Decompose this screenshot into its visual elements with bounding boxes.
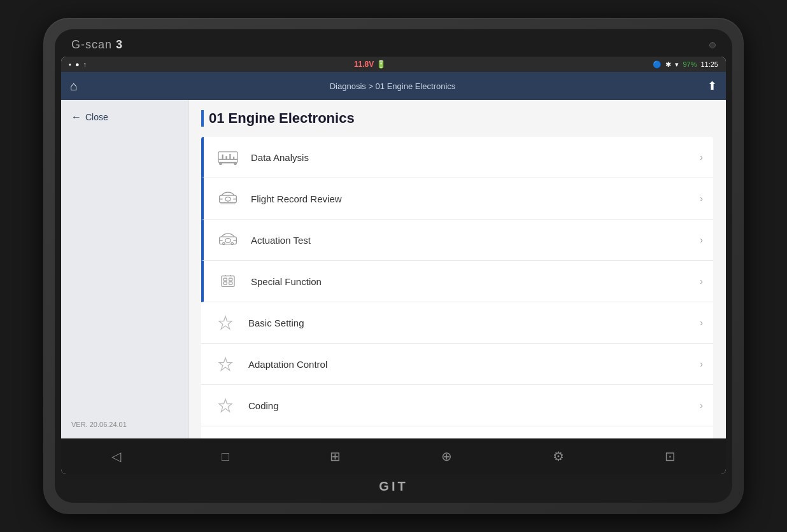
voltage-indicator: 11.8V 🔋 [354,60,386,69]
menu-item-coding[interactable]: Coding › [201,385,713,426]
chevron-icon: › [700,359,703,369]
svg-point-10 [225,197,230,202]
svg-point-15 [225,239,230,243]
data-analysis-label: Data Analysis [251,152,700,163]
page-title: 01 Engine Electronics [201,110,713,127]
svg-point-8 [234,162,236,164]
menu-item-basic-setting[interactable]: Basic Setting › [201,302,713,344]
content-area: 01 Engine Electronics [188,100,726,438]
android-nav-bar: ◁ □ ⊞ ⊕ ⚙ ⊡ [61,438,726,474]
adaptation-control-label: Adaptation Control [248,359,700,370]
menu-item-actuation-test[interactable]: Actuation Test › [201,220,713,261]
version-label: VER. 20.06.24.01 [69,418,180,431]
brand-bar: G-scan 3 [61,36,726,57]
coding-label: Coding [248,400,700,411]
menu-item-special-function[interactable]: Special Function › [201,261,713,302]
close-label: Close [85,112,108,122]
app-header: ⌂ Diagnosis > 01 Engine Electronics ⬆ [61,72,726,100]
chevron-icon: › [700,318,703,328]
menu-item-adaptation-control[interactable]: Adaptation Control › [201,344,713,385]
status-right: 🔵 ✱ ▾ 97% 11:25 [653,60,718,69]
data-analysis-icon [214,146,242,169]
chevron-icon: › [700,400,703,410]
menu-item-data-analysis[interactable]: Data Analysis › [201,137,713,178]
adaptation-control-icon [211,353,239,375]
basic-setting-icon [211,311,239,334]
flight-record-label: Flight Record Review [251,193,700,204]
svg-point-7 [220,162,222,164]
coding-icon [211,394,239,417]
svg-rect-22 [229,278,232,281]
status-left-icons: ▪ ● ↑ [69,60,87,68]
sidebar: ← Close VER. 20.06.24.01 [61,100,188,438]
brand-name: G-scan 3 [71,38,123,52]
chevron-icon: › [700,235,703,245]
svg-rect-0 [218,152,238,163]
status-bar: ▪ ● ↑ 11.8V 🔋 🔵 ✱ ▾ 97% 11:25 [61,57,726,72]
camera [709,42,716,48]
chevron-icon: › [700,193,703,204]
main-area: ← Close VER. 20.06.24.01 01 Engine Elect… [61,100,726,438]
recents-nav-button[interactable]: □ [209,445,242,468]
breadcrumb: Diagnosis > 01 Engine Electronics [330,81,456,91]
svg-rect-20 [222,276,234,287]
share-button[interactable]: ⬆ [707,79,717,93]
bottom-brand-label: GIT [61,474,726,496]
svg-marker-28 [219,358,232,370]
device-body: G-scan 3 ▪ ● ↑ 11.8V 🔋 🔵 ✱ ▾ [43,18,744,514]
svg-rect-23 [223,282,227,284]
special-function-icon [214,270,242,293]
svg-rect-24 [229,282,232,284]
menu-list: Data Analysis › [201,137,713,438]
close-button[interactable]: ← Close [69,108,180,127]
svg-marker-27 [219,316,232,329]
actuation-test-icon [214,228,242,251]
special-function-label: Special Function [251,276,700,287]
actuation-test-label: Actuation Test [251,235,700,246]
scan-nav-button[interactable]: ⊡ [652,445,688,468]
globe-nav-button[interactable]: ⊕ [429,445,465,468]
menu-item-flight-record[interactable]: Flight Record Review › [201,178,713,220]
flight-record-icon [214,187,242,210]
basic-setting-label: Basic Setting [248,318,700,328]
svg-rect-21 [223,278,227,281]
security-access-icon [211,435,239,438]
chevron-icon: › [700,276,703,286]
menu-item-security-access[interactable]: Security Access › [201,426,713,438]
back-nav-button[interactable]: ◁ [99,445,134,468]
back-arrow-icon: ← [71,111,82,123]
screen: ▪ ● ↑ 11.8V 🔋 🔵 ✱ ▾ 97% 11:25 ⌂ [61,57,726,474]
home-button[interactable]: ⌂ [70,79,78,94]
grid-nav-button[interactable]: ⊞ [317,445,353,468]
device-inner: G-scan 3 ▪ ● ↑ 11.8V 🔋 🔵 ✱ ▾ [55,29,732,503]
svg-point-19 [231,242,233,244]
chevron-icon: › [700,152,703,162]
settings-nav-button[interactable]: ⚙ [540,445,577,468]
svg-point-18 [223,242,225,244]
svg-marker-29 [219,399,232,412]
